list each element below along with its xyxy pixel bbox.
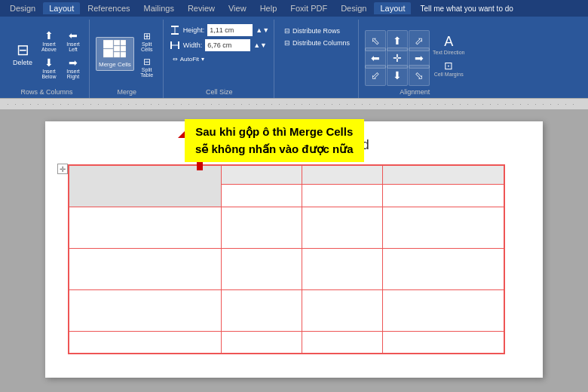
table-cell[interactable] — [221, 165, 302, 184]
tab-review[interactable]: Review — [182, 2, 221, 14]
tab-foxit[interactable]: Foxit PDF — [284, 2, 333, 14]
table-cell[interactable] — [221, 184, 302, 207]
table-cell[interactable] — [302, 207, 383, 248]
autofit-button[interactable]: ⇔ AutoFit ▾ — [170, 54, 207, 64]
insert-above-button[interactable]: ⬆ InsertAbove — [38, 28, 60, 54]
rows-columns-buttons: ⊟ Delete ⬆ InsertAbove ⬇ InsertBelow ⬅ — [9, 20, 84, 88]
table-cell[interactable] — [221, 248, 302, 289]
height-input[interactable] — [207, 24, 253, 36]
ribbon: Design Layout References Mailings Review… — [0, 0, 588, 98]
table-cell[interactable] — [302, 289, 383, 331]
tab-layout2[interactable]: Layout — [374, 2, 411, 14]
table-cell[interactable] — [383, 165, 504, 184]
split-table-button[interactable]: ⊟ SplitTable — [136, 55, 158, 79]
width-spinner[interactable]: ▲▼ — [253, 41, 267, 49]
alignment-buttons: ⬁ ⬆ ⬀ ⬅ ✛ ➡ ⬃ ⬇ ⬂ A Text Direction — [365, 20, 464, 88]
cell-size-buttons: Height: ▲▼ Width: ▲▼ ⇔ AutoFit — [170, 20, 269, 88]
tab-design2[interactable]: Design — [335, 2, 372, 14]
table-cell[interactable] — [221, 289, 302, 331]
tab-references[interactable]: References — [81, 2, 136, 14]
search-bar[interactable]: Tell me what you want to do — [420, 5, 513, 13]
cell-size-label: Cell Size — [206, 88, 233, 98]
callout-overlay: Sau khi gộp ô thì Merge Cells sẽ không n… — [185, 119, 364, 162]
insert-above-icon: ⬆ — [44, 29, 54, 41]
text-direction-icon: A — [444, 34, 453, 50]
distribute-buttons: ⊟ Distribute Rows ⊟ Distribute Columns — [284, 20, 350, 96]
table-cell[interactable] — [221, 207, 302, 248]
insert-right-button[interactable]: ➡ InsertRight — [62, 55, 84, 81]
cell-margins-button[interactable]: ⊡ Cell Margins — [434, 60, 464, 77]
table-cell[interactable] — [69, 289, 221, 331]
insert-below-button[interactable]: ⬇ InsertBelow — [38, 55, 60, 81]
table-cell[interactable] — [302, 165, 383, 184]
rows-columns-label: Rows & Columns — [20, 88, 72, 98]
table-move-handle[interactable]: ✛ — [57, 164, 68, 174]
insert-below-icon: ⬇ — [44, 57, 54, 69]
width-icon — [170, 40, 180, 51]
svg-rect-9 — [171, 33, 179, 35]
table-cell[interactable] — [221, 331, 302, 354]
table-cell[interactable] — [383, 207, 504, 248]
cell-size-group: Height: ▲▼ Width: ▲▼ ⇔ AutoFit — [165, 20, 274, 98]
table-row — [69, 331, 504, 354]
align-bot-right-button[interactable]: ⬂ — [409, 65, 430, 86]
distribute-group: ⊟ Distribute Rows ⊟ Distribute Columns — [276, 20, 359, 98]
table-cell[interactable] — [69, 331, 221, 354]
tab-layout[interactable]: Layout — [43, 2, 80, 14]
table-cell[interactable] — [383, 289, 504, 331]
table-row — [69, 165, 504, 184]
alignment-label: Alignment — [400, 88, 430, 98]
distribute-rows-button[interactable]: ⊟ Distribute Rows — [284, 27, 340, 35]
svg-rect-11 — [170, 41, 172, 49]
word-table — [68, 164, 505, 354]
distribute-cols-icon: ⊟ — [284, 39, 290, 47]
height-spinner[interactable]: ▲▼ — [256, 26, 269, 34]
height-row: Height: ▲▼ — [170, 24, 269, 36]
ribbon-content: ⊟ Delete ⬆ InsertAbove ⬇ InsertBelow ⬅ — [0, 17, 588, 98]
table-cell[interactable] — [383, 184, 504, 207]
table-cell[interactable] — [69, 207, 221, 248]
table-container: ✛ — [68, 164, 505, 354]
tab-design[interactable]: Design — [4, 2, 41, 14]
width-input[interactable] — [205, 39, 250, 51]
merge-buttons: Merge Cells ⊞ SplitCells ⊟ SplitTable — [96, 20, 158, 88]
tab-help[interactable]: Help — [254, 2, 283, 14]
svg-rect-5 — [121, 40, 126, 45]
svg-rect-2 — [114, 40, 120, 45]
table-cell[interactable] — [383, 248, 504, 289]
table-cell[interactable] — [302, 184, 383, 207]
distribute-cols-button[interactable]: ⊟ Distribute Columns — [284, 39, 350, 47]
svg-rect-12 — [178, 41, 179, 49]
document-area: Sau khi gộp ô thì Merge Cells sẽ không n… — [0, 110, 588, 392]
delete-button[interactable]: ⊟ Delete — [9, 40, 36, 69]
align-bot-left-button[interactable]: ⬃ — [365, 65, 386, 86]
tab-view[interactable]: View — [222, 2, 253, 14]
tab-mailings[interactable]: Mailings — [138, 2, 180, 14]
table-cell[interactable] — [383, 331, 504, 354]
svg-rect-7 — [121, 52, 126, 57]
callout-text: Sau khi gộp ô thì Merge Cells sẽ không n… — [185, 119, 364, 162]
height-icon — [170, 25, 180, 35]
split-cells-button[interactable]: ⊞ SplitCells — [136, 29, 158, 54]
merge-cells-button[interactable]: Merge Cells — [96, 37, 134, 71]
merge-cells-icon — [103, 40, 126, 60]
insert-left-button[interactable]: ⬅ InsertLeft — [62, 28, 84, 54]
svg-rect-0 — [103, 40, 113, 48]
svg-rect-8 — [171, 26, 179, 27]
table-row — [69, 289, 504, 331]
table-cell[interactable] — [69, 248, 221, 289]
split-cells-icon: ⊞ — [143, 31, 151, 41]
svg-rect-6 — [121, 46, 126, 51]
ruler — [0, 98, 588, 110]
align-bot-center-button[interactable]: ⬇ — [387, 65, 408, 86]
merge-group: Merge Cells ⊞ SplitCells ⊟ SplitTable Me… — [91, 20, 164, 98]
table-row — [69, 248, 504, 289]
table-cell[interactable] — [302, 331, 383, 354]
cell-margins-icon: ⊡ — [444, 60, 453, 72]
table-row — [69, 207, 504, 248]
table-cell[interactable] — [302, 248, 383, 289]
alignment-group: ⬁ ⬆ ⬀ ⬅ ✛ ➡ ⬃ ⬇ ⬂ A Text Direction — [360, 20, 469, 98]
svg-rect-1 — [103, 49, 113, 57]
text-direction-button[interactable]: A Text Direction — [433, 34, 464, 55]
ruler-marks — [8, 104, 580, 105]
